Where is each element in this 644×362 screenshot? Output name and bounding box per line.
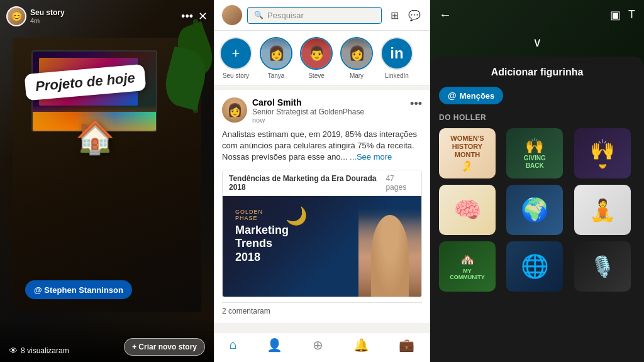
- nav-home[interactable]: ⌂: [225, 336, 242, 358]
- mary-avatar: 👩: [341, 38, 372, 69]
- story-footer: 👁 8 visualizaram + Criar novo story: [0, 318, 214, 362]
- grid-icon-panel3[interactable]: ▣: [610, 8, 621, 22]
- post-author-title: Senior Strategist at GoldenPhase: [252, 107, 364, 116]
- linkedin-story-circle: in: [380, 37, 413, 70]
- eye-icon: 👁: [9, 346, 18, 356]
- steve-story-circle: 👨: [300, 37, 333, 70]
- sticker-speaker[interactable]: 🎙️: [574, 241, 631, 292]
- chevron-down-icon: ∨: [430, 30, 644, 55]
- tanya-label: Tanya: [268, 72, 285, 79]
- doc-text-content: GOLDENPHASE MarketingTrends2018: [235, 209, 289, 265]
- sticker-panel-header: ← ▣ T: [430, 0, 644, 30]
- doc-person-image: [358, 196, 421, 297]
- post-user-info: 👩 Carol Smith Senior Strategist at Golde…: [222, 97, 364, 124]
- story-header: 😊 Seu story 4m ••• ✕: [6, 6, 208, 26]
- nav-jobs[interactable]: 💼: [394, 336, 419, 358]
- search-icon: 🔍: [254, 11, 264, 19]
- sticker-panel: ← ▣ T ∨ Adicionar figurinha @ Menções Do…: [430, 0, 644, 362]
- search-bar[interactable]: 🔍 Pesquisar: [247, 7, 382, 24]
- post-body-text: Analistas estimam que, em 2019, 85% das …: [222, 129, 422, 163]
- story-username: Seu story: [30, 8, 65, 17]
- story-panel: 😊 Seu story 4m ••• ✕ Projeto de hoje 🏠 @…: [0, 0, 214, 362]
- sticker-globe[interactable]: 🌐: [506, 241, 563, 292]
- mentions-label: Menções: [460, 91, 495, 101]
- briefcase-icon: 💼: [399, 337, 414, 353]
- linkedin-panel: 🔍 Pesquisar ⊞ 💬 + Seu story 👩 Tanya 👨: [214, 0, 430, 362]
- story-item-mary[interactable]: 👩 Mary: [340, 37, 373, 79]
- sticker-grid: WOMEN'SHISTORYMONTH 🎗️ 🙌 GIVINGBACK 🙌 🤝 …: [439, 128, 635, 292]
- people-icon: 👤: [267, 337, 282, 353]
- see-more-link[interactable]: ...See more: [350, 152, 392, 162]
- seu-story-label: Seu story: [223, 72, 249, 79]
- doc-preview: GOLDENPHASE MarketingTrends2018 🌙: [223, 196, 421, 297]
- story-sticker-text: Projeto de hoje: [35, 70, 135, 94]
- post-more-button[interactable]: •••: [410, 97, 422, 111]
- bell-icon: 🔔: [353, 337, 369, 353]
- grid-icon[interactable]: ⊞: [387, 8, 402, 23]
- mention-text: @ Stephen Stanninson: [34, 285, 123, 295]
- sticker-brain[interactable]: 🧠: [439, 185, 496, 235]
- story-timestamp: 4m: [30, 17, 65, 25]
- linkedin-bottom-nav: ⌂ 👤 ⊕ 🔔 💼: [214, 332, 430, 362]
- stories-row: + Seu story 👩 Tanya 👨 Steve 👩 Mary: [214, 31, 430, 86]
- mary-story-circle: 👩: [340, 37, 373, 70]
- linkedin-header: 🔍 Pesquisar ⊞ 💬: [214, 0, 430, 31]
- sticker-person[interactable]: 🧘: [574, 185, 631, 235]
- sticker-giving-back[interactable]: 🙌 GIVINGBACK: [506, 128, 563, 178]
- post-timestamp: now: [252, 116, 364, 124]
- doc-title: Tendências de Marketing da Era Dourada 2…: [229, 174, 386, 192]
- sticker-whm[interactable]: WOMEN'SHISTORYMONTH 🎗️: [439, 128, 496, 178]
- tanya-avatar: 👩: [261, 38, 291, 69]
- sticker-earth[interactable]: 🌍: [506, 185, 563, 235]
- story-more-button[interactable]: •••: [181, 10, 193, 23]
- post-header: 👩 Carol Smith Senior Strategist at Golde…: [222, 97, 422, 124]
- story-user-avatar: 😊: [6, 6, 26, 26]
- doc-moon-icon: 🌙: [286, 206, 308, 226]
- nav-notifications[interactable]: 🔔: [348, 336, 374, 358]
- post-comments-count: 2 comentaram: [222, 302, 422, 315]
- post-card: 👩 Carol Smith Senior Strategist at Golde…: [214, 90, 430, 323]
- doc-label-row: Tendências de Marketing da Era Dourada 2…: [223, 170, 421, 196]
- sticker-drawer: Adicionar figurinha @ Menções Do Holler …: [430, 57, 644, 362]
- linkedin-user-avatar[interactable]: [222, 5, 242, 25]
- story-actions: ••• ✕: [181, 9, 208, 23]
- story-item-seu[interactable]: + Seu story: [219, 37, 252, 79]
- steve-label: Steve: [308, 72, 325, 79]
- mentions-chip[interactable]: @ Menções: [439, 87, 503, 104]
- create-story-button[interactable]: + Criar novo story: [124, 338, 205, 356]
- story-item-linkedin[interactable]: in LinkedIn: [380, 37, 413, 79]
- document-card[interactable]: Tendências de Marketing da Era Dourada 2…: [222, 170, 422, 297]
- linkedin-logo: in: [390, 45, 403, 62]
- message-icon[interactable]: 💬: [407, 8, 422, 23]
- views-label: 8 visualizaram: [21, 346, 69, 355]
- do-holler-section-label: Do Holler: [439, 113, 635, 122]
- search-placeholder: Pesquisar: [267, 11, 304, 20]
- at-icon: @: [448, 90, 457, 101]
- sticker-drawer-title: Adicionar figurinha: [439, 67, 635, 78]
- linkedin-label: LinkedIn: [385, 72, 409, 79]
- tanya-story-circle: 👩: [260, 37, 292, 70]
- nav-network[interactable]: 👤: [262, 336, 287, 358]
- story-close-button[interactable]: ✕: [198, 9, 208, 23]
- story-item-steve[interactable]: 👨 Steve: [300, 37, 333, 79]
- post-author-avatar: 👩: [222, 97, 247, 123]
- add-story-circle: +: [219, 37, 252, 70]
- mary-label: Mary: [350, 72, 364, 79]
- home-icon: ⌂: [230, 337, 237, 352]
- story-user-info: 😊 Seu story 4m: [6, 6, 65, 26]
- post-author-name[interactable]: Carol Smith: [252, 97, 364, 107]
- sticker-my-community[interactable]: 🏘️ MYCOMMUNITY: [439, 241, 496, 292]
- story-views-count: 👁 8 visualizaram: [9, 346, 69, 356]
- header-icons: ⊞ 💬: [387, 8, 422, 23]
- doc-brand: GOLDENPHASE: [235, 209, 289, 221]
- story-item-tanya[interactable]: 👩 Tanya: [260, 37, 292, 79]
- panel3-icons: ▣ T: [610, 8, 635, 22]
- doc-marketing-title: MarketingTrends2018: [235, 224, 289, 265]
- mention-sticker[interactable]: @ Stephen Stanninson: [25, 280, 132, 299]
- doc-pages: 47 pages: [386, 174, 415, 192]
- sticker-colorful-hands[interactable]: 🙌 🤝: [574, 128, 631, 178]
- add-icon: +: [232, 47, 240, 60]
- text-icon-panel3[interactable]: T: [628, 8, 635, 22]
- back-button[interactable]: ←: [439, 8, 452, 22]
- nav-post[interactable]: ⊕: [308, 336, 328, 358]
